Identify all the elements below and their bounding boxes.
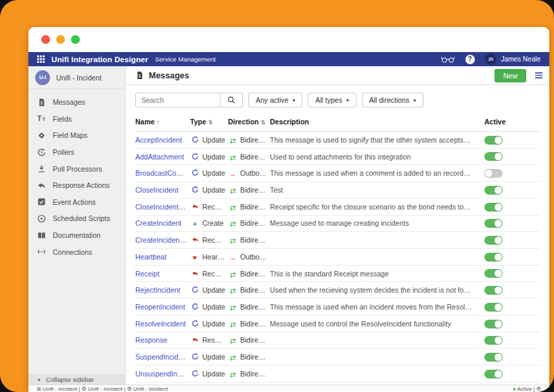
outbound-direction-icon: →	[228, 254, 237, 261]
sidebar-item-label: Documentation	[53, 231, 101, 239]
column-header-direction[interactable]: Direction⇅	[228, 114, 270, 132]
sidebar-item-pollers[interactable]: Pollers	[28, 144, 125, 161]
message-description: Message used to control the ResolveIncid…	[270, 315, 475, 332]
new-button[interactable]: New	[494, 69, 526, 82]
documentation-icon	[37, 231, 46, 240]
table-row[interactable]: CloseIncident Update ⇄Bidirectional Test	[135, 182, 540, 199]
active-toggle[interactable]	[484, 320, 503, 328]
active-toggle[interactable]	[484, 286, 503, 295]
table-row[interactable]: BroadcastComment Update →Outbound This m…	[135, 165, 540, 182]
bidirectional-direction-icon: ⇄	[228, 137, 237, 144]
message-name-link[interactable]: Heartbeat	[135, 253, 166, 261]
message-name-link[interactable]: ReopenIncident	[135, 303, 185, 311]
sidebar-item-label: Field Maps	[53, 131, 87, 139]
sidebar-item-label: Connections	[53, 248, 92, 256]
table-row[interactable]: Heartbeat ♥Heartbeat →Outbound	[135, 249, 540, 266]
create-type-icon: +	[190, 220, 200, 227]
active-toggle[interactable]	[484, 269, 503, 278]
app-grid-icon[interactable]	[37, 55, 45, 63]
active-toggle[interactable]	[484, 236, 503, 245]
collapse-sidebar-label: Collapse sidebar	[46, 376, 94, 383]
active-toggle[interactable]	[484, 152, 503, 161]
table-row[interactable]: CloseIncidentReceipt Receipt ⇄Bidirectio…	[135, 198, 540, 215]
message-name-link[interactable]: RejectIncident	[135, 286, 181, 294]
filter-bar: Any active▾ All types▾ All directions▾	[135, 93, 540, 107]
active-toggle[interactable]	[484, 303, 503, 312]
list-menu-icon[interactable]	[532, 70, 545, 80]
message-name-link[interactable]: BroadcastComment	[135, 169, 190, 177]
active-toggle[interactable]	[484, 353, 503, 362]
sidebar-item-connections[interactable]: Connections	[28, 243, 125, 260]
type-filter-dropdown[interactable]: All types▾	[308, 93, 356, 107]
active-toggle[interactable]	[484, 370, 503, 378]
message-name-link[interactable]: CloseIncident	[135, 186, 179, 194]
message-name-link[interactable]: CreateIncident	[135, 219, 181, 227]
message-name-link[interactable]: ResolveIncident	[135, 320, 186, 328]
sort-both-icon: ⇅	[261, 119, 266, 126]
workspace-header[interactable]: U-I Unifi - Incident	[28, 66, 125, 89]
active-toggle[interactable]	[484, 336, 503, 345]
column-header-type[interactable]: Type⇅	[190, 114, 228, 132]
help-icon[interactable]: ?	[465, 55, 475, 64]
table-row[interactable]: CreateIncident +Create ⇄Bidirectional Me…	[135, 215, 540, 232]
sidebar-item-field-maps[interactable]: Field Maps	[28, 127, 125, 144]
search-input[interactable]	[135, 93, 221, 107]
sidebar-item-fields[interactable]: TT Fields	[28, 111, 125, 128]
sidebar-item-scheduled-scripts[interactable]: Scheduled Scripts	[28, 210, 125, 227]
collapse-left-icon: ◂	[37, 376, 40, 383]
sidebar-item-messages[interactable]: Messages	[28, 94, 125, 111]
message-name-link[interactable]: Receipt	[135, 270, 160, 278]
direction-filter-dropdown[interactable]: All directions▾	[362, 93, 423, 107]
close-window-button[interactable]	[41, 35, 50, 44]
table-row[interactable]: ResolveIncident Update ⇄Bidirectional Me…	[135, 315, 540, 332]
active-filter-dropdown[interactable]: Any active▾	[248, 93, 302, 107]
connections-icon	[37, 247, 46, 256]
user-menu[interactable]: JN James Neale	[485, 53, 540, 65]
search-button[interactable]	[221, 93, 243, 107]
message-description: Used when the recieving system decides t…	[270, 282, 475, 299]
message-name-link[interactable]: CreateIncidentReceipt	[135, 236, 190, 244]
active-toggle[interactable]	[484, 169, 503, 178]
message-description: This message is used when a comment is a…	[270, 165, 475, 182]
message-name-link[interactable]: SuspendIncident	[135, 353, 188, 361]
message-name-link[interactable]: Response	[135, 336, 167, 344]
update-type-icon	[190, 186, 200, 193]
sidebar-item-poll-processors[interactable]: Poll Processors	[28, 160, 125, 177]
message-name-link[interactable]: CloseIncidentReceipt	[135, 203, 190, 211]
message-name-link[interactable]: AddAttachment	[135, 153, 184, 161]
collapse-sidebar-button[interactable]: ◂ Collapse sidebar	[28, 374, 125, 385]
table-row[interactable]: RejectIncident Update ⇄Bidirectional Use…	[135, 282, 540, 299]
sidebar-item-response-actions[interactable]: Response Actions	[28, 177, 125, 194]
spectacles-icon[interactable]	[440, 55, 455, 63]
window-footer: ⊞ Unifi - Incident | ⚙ Unifi - Incident …	[28, 385, 549, 392]
page-header: Messages New	[126, 66, 549, 85]
bidirectional-direction-icon: ⇄	[228, 321, 237, 328]
table-row[interactable]: Receipt Receipt ⇄Bidirectional This is t…	[135, 265, 540, 282]
zoom-window-button[interactable]	[71, 35, 80, 44]
message-name-link[interactable]: UnsuspendIncident	[135, 370, 190, 378]
sidebar-item-event-actions[interactable]: Event Actions	[28, 194, 125, 211]
active-toggle[interactable]	[484, 186, 503, 195]
user-avatar: JN	[485, 53, 497, 65]
message-name-link[interactable]: AcceptIncident	[135, 136, 182, 144]
minimize-window-button[interactable]	[56, 35, 65, 44]
active-toggle[interactable]	[484, 219, 503, 228]
column-header-name[interactable]: Name↑	[135, 114, 190, 132]
table-row[interactable]: UnsuspendIncident Update ⇄Bidirectional	[135, 366, 540, 383]
message-description: Used to send attachments for this integr…	[270, 148, 475, 165]
table-row[interactable]: AddAttachment Update ⇄Bidirectional Used…	[135, 148, 540, 165]
sidebar-item-documentation[interactable]: Documentation	[28, 227, 125, 244]
table-row[interactable]: ReopenIncident Update ⇄Bidirectional Thi…	[135, 299, 540, 316]
table-row[interactable]: CreateIncidentReceipt Receipt ⇄Bidirecti…	[135, 232, 540, 249]
table-row[interactable]: Response Response ⇄Bidirectional	[135, 332, 540, 349]
fields-icon: TT	[37, 114, 46, 123]
table-row[interactable]: AcceptIncident Update ⇄Bidirectional Thi…	[135, 132, 540, 149]
active-toggle[interactable]	[484, 136, 503, 145]
pollers-icon	[37, 148, 46, 157]
sidebar-item-label: Fields	[53, 115, 72, 123]
footer-breadcrumbs: ⊞ Unifi - Incident | ⚙ Unifi - Incident …	[37, 386, 168, 392]
top-navbar: Unifi Integration Designer Service Manag…	[28, 52, 549, 66]
table-row[interactable]: SuspendIncident Update ⇄Bidirectional	[135, 349, 540, 366]
active-toggle[interactable]	[484, 253, 503, 262]
active-toggle[interactable]	[484, 203, 503, 212]
